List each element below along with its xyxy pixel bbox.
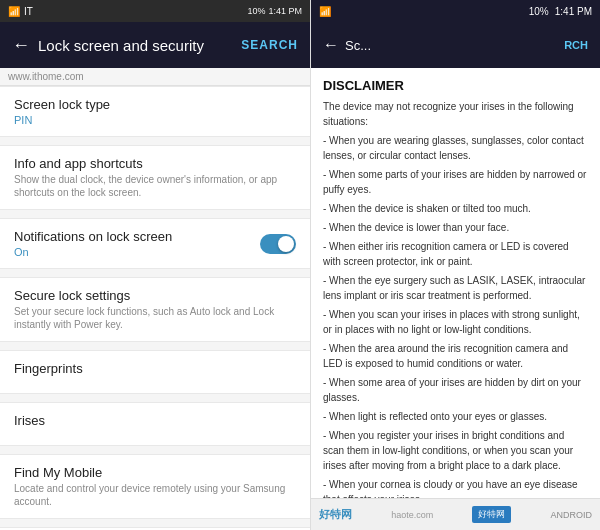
info-shortcuts-section: Info and app shortcuts Show the dual clo… (0, 145, 310, 210)
secure-lock-title: Secure lock settings (14, 288, 296, 303)
disclaimer-intro: The device may not recognize your irises… (323, 99, 588, 129)
right-back-button[interactable]: ← (323, 36, 339, 54)
notifications-section: Notifications on lock screen On (0, 218, 310, 269)
disclaimer-item-10: - When you register your irises in brigh… (323, 428, 588, 473)
disclaimer-item-0: - When you are wearing glasses, sunglass… (323, 133, 588, 163)
bottom-logo: 好特网 (319, 507, 352, 522)
disclaimer-body: The device may not recognize your irises… (323, 99, 588, 498)
disclaimer-title: DISCLAIMER (323, 78, 588, 93)
fingerprints-section: Fingerprints (0, 350, 310, 394)
info-shortcuts-subtitle: Show the dual clock, the device owner's … (14, 173, 296, 199)
disclaimer-item-5: - When the eye surgery such as LASIK, LA… (323, 273, 588, 303)
watermark: www.ithome.com (0, 68, 310, 86)
status-right: 10% 1:41 PM (247, 6, 302, 16)
page-title: Lock screen and security (38, 37, 204, 54)
settings-content[interactable]: Screen lock type PIN Info and app shortc… (0, 86, 310, 530)
right-header-left: ← Sc... (323, 36, 371, 54)
left-panel: 📶 IT 10% 1:41 PM ← Lock screen and secur… (0, 0, 310, 530)
right-status-bar: 📶 10% 1:41 PM (311, 0, 600, 22)
battery-text: 10% (247, 6, 265, 16)
irises-item[interactable]: Irises (0, 403, 310, 445)
back-button[interactable]: ← (12, 35, 30, 56)
disclaimer-item-8: - When some area of your irises are hidd… (323, 375, 588, 405)
right-time: 1:41 PM (555, 6, 592, 17)
carrier-info: 📶 IT (8, 6, 33, 17)
screen-lock-value: PIN (14, 114, 296, 126)
screen-lock-item[interactable]: Screen lock type PIN (0, 87, 310, 136)
fingerprints-title: Fingerprints (14, 361, 296, 376)
find-my-mobile-item[interactable]: Find My Mobile Locate and control your d… (0, 455, 310, 518)
secure-lock-subtitle: Set your secure lock functions, such as … (14, 305, 296, 331)
right-carrier: 📶 (319, 6, 331, 17)
notifications-text: Notifications on lock screen On (14, 229, 260, 258)
info-shortcuts-item[interactable]: Info and app shortcuts Show the dual clo… (0, 146, 310, 209)
disclaimer-item-1: - When some parts of your irises are hid… (323, 167, 588, 197)
notifications-value: On (14, 246, 260, 258)
right-panel: 📶 10% 1:41 PM ← Sc... RCH DISCLAIMER The… (310, 0, 600, 530)
screen-lock-section: Screen lock type PIN (0, 86, 310, 137)
disclaimer-item-2: - When the device is shaken or tilted to… (323, 201, 588, 216)
disclaimer-item-6: - When you scan your irises in places wi… (323, 307, 588, 337)
disclaimer-item-7: - When the area around the iris recognit… (323, 341, 588, 371)
fingerprints-item[interactable]: Fingerprints (0, 351, 310, 393)
disclaimer-item-11: - When your cornea is cloudy or you have… (323, 477, 588, 498)
right-header: ← Sc... RCH (311, 22, 600, 68)
secure-lock-section: Secure lock settings Set your secure loc… (0, 277, 310, 342)
notifications-title: Notifications on lock screen (14, 229, 260, 244)
carrier-icon: 📶 (8, 6, 20, 17)
time-text: 1:41 PM (268, 6, 302, 16)
info-shortcuts-title: Info and app shortcuts (14, 156, 296, 171)
notifications-item[interactable]: Notifications on lock screen On (0, 219, 310, 268)
bottom-url: haote.com (391, 510, 433, 520)
disclaimer-item-4: - When either iris recognition camera or… (323, 239, 588, 269)
page-header: ← Lock screen and security SEARCH (0, 22, 310, 68)
right-status-right: 10% 1:41 PM (529, 6, 592, 17)
android-brand: ANDROID (550, 510, 592, 520)
status-bar-left: 📶 IT 10% 1:41 PM (0, 0, 310, 22)
screen-lock-title: Screen lock type (14, 97, 296, 112)
secure-lock-item[interactable]: Secure lock settings Set your secure loc… (0, 278, 310, 341)
find-my-mobile-subtitle: Locate and control your device remotely … (14, 482, 296, 508)
find-my-mobile-section: Find My Mobile Locate and control your d… (0, 454, 310, 519)
right-search-button[interactable]: RCH (564, 39, 588, 51)
find-my-mobile-title: Find My Mobile (14, 465, 296, 480)
notifications-row: Notifications on lock screen On (14, 229, 296, 258)
search-button[interactable]: SEARCH (241, 38, 298, 52)
right-page-title: Sc... (345, 38, 371, 53)
haote-badge: 好特网 (472, 506, 511, 523)
bottom-bar: 好特网 haote.com 好特网 ANDROID (311, 498, 600, 530)
irises-title: Irises (14, 413, 296, 428)
disclaimer-item-9: - When light is reflected onto your eyes… (323, 409, 588, 424)
right-battery: 10% (529, 6, 549, 17)
irises-section: Irises (0, 402, 310, 446)
header-left: ← Lock screen and security (12, 35, 204, 56)
disclaimer-panel[interactable]: DISCLAIMER The device may not recognize … (311, 68, 600, 498)
disclaimer-item-3: - When the device is lower than your fac… (323, 220, 588, 235)
carrier-text: IT (24, 6, 33, 17)
notifications-toggle[interactable] (260, 234, 296, 254)
